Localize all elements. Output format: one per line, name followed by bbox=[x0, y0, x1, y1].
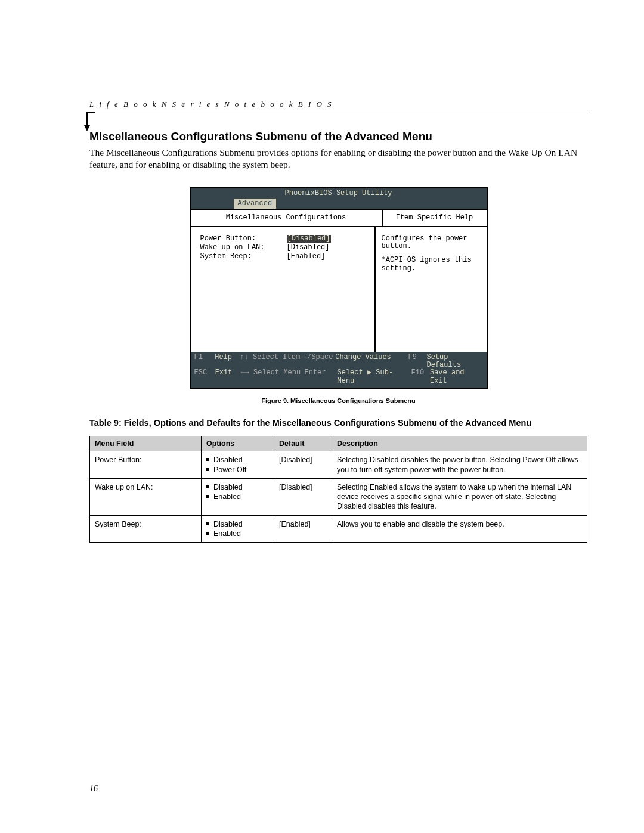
bios-screenshot: PhoenixBIOS Setup Utility Advanced Misce… bbox=[190, 187, 488, 389]
th-options: Options bbox=[202, 436, 274, 451]
bios-help-title: Item Specific Help bbox=[383, 210, 487, 226]
bios-tab-advanced: Advanced bbox=[234, 199, 277, 209]
bios-value-selected: [Disabled] bbox=[287, 235, 331, 243]
bios-fields: Power Button: [Disabled] Wake up on LAN:… bbox=[191, 227, 376, 352]
figure-caption: Figure 9. Miscellaneous Configurations S… bbox=[89, 397, 587, 404]
bios-value: [Disabled] bbox=[287, 244, 330, 252]
bios-row: System Beep: [Enabled] bbox=[200, 253, 365, 261]
bios-panel-title: Miscellaneous Configurations bbox=[191, 210, 383, 226]
section-title: Miscellaneous Configurations Submenu of … bbox=[89, 130, 587, 143]
bios-value: [Enabled] bbox=[287, 253, 326, 261]
bios-title: PhoenixBIOS Setup Utility bbox=[191, 188, 487, 199]
table-row: System Beep:DisabledEnabled[Enabled]Allo… bbox=[90, 515, 587, 543]
section-body: The Miscellaneous Configurations Submenu… bbox=[89, 147, 587, 171]
th-description: Description bbox=[332, 436, 587, 451]
bios-help-panel: Configures the power button. *ACPI OS ig… bbox=[376, 227, 487, 352]
running-header: L i f e B o o k N S e r i e s N o t e b … bbox=[89, 98, 587, 112]
bios-row: Wake up on LAN: [Disabled] bbox=[200, 244, 365, 252]
th-default: Default bbox=[274, 436, 332, 451]
fields-table: Menu Field Options Default Description P… bbox=[89, 436, 587, 543]
bios-row: Power Button: [Disabled] bbox=[200, 235, 365, 243]
bios-menu-bar: Advanced bbox=[191, 199, 487, 209]
bios-footer: F1 Help ↑↓ Select Item -/Space Change Va… bbox=[191, 352, 487, 388]
th-menu-field: Menu Field bbox=[90, 436, 202, 451]
table-row: Wake up on LAN:DisabledEnabled[Disabled]… bbox=[90, 478, 587, 515]
table-row: Power Button:DisabledPower Off[Disabled]… bbox=[90, 451, 587, 479]
page-number: 16 bbox=[89, 784, 98, 794]
crop-mark-icon bbox=[86, 103, 97, 129]
table-title: Table 9: Fields, Options and Defaults fo… bbox=[89, 417, 587, 429]
header-text: L i f e B o o k N S e r i e s N o t e b … bbox=[89, 100, 333, 109]
